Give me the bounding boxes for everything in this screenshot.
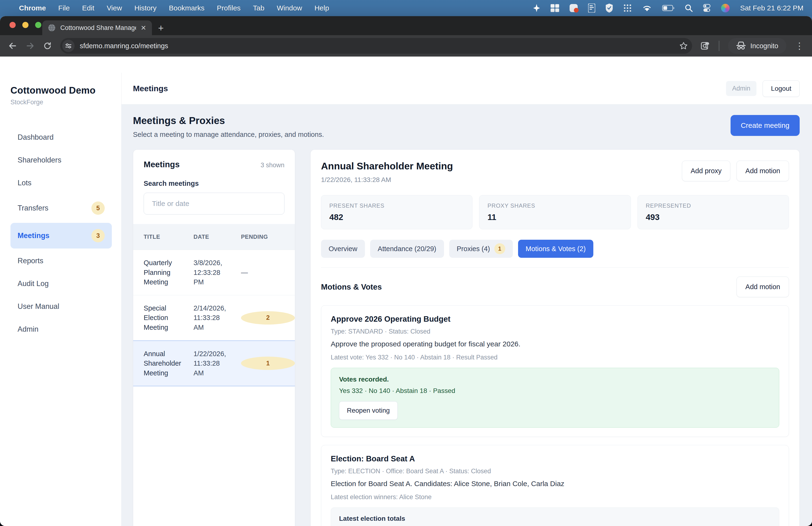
tabs-divider: [321, 267, 789, 268]
logout-button[interactable]: Logout: [763, 80, 800, 97]
menu-help[interactable]: Help: [314, 4, 329, 12]
menu-bar-clock[interactable]: Sat Feb 21 6:22 PM: [740, 4, 803, 12]
tab-proxies[interactable]: Proxies (4)1: [449, 240, 513, 258]
votes-recorded-box: Votes recorded. Yes 332 · No 140 · Absta…: [331, 368, 779, 428]
reload-icon[interactable]: [43, 42, 52, 50]
election-totals-box: Latest election totals Alice Stone: 210 …: [331, 508, 779, 526]
site-settings-icon[interactable]: [62, 40, 75, 52]
window-manager-icon[interactable]: [551, 4, 559, 12]
tab-close-icon[interactable]: ✕: [141, 24, 146, 32]
sidebar-item-label: User Manual: [17, 302, 59, 311]
stat-value: 482: [329, 212, 464, 222]
motion-description: Approve the proposed operating budget fo…: [331, 340, 779, 348]
address-bar[interactable]: sfdemo.manring.co/meetings: [60, 38, 692, 54]
section-subtitle: Select a meeting to manage attendance, p…: [133, 131, 324, 139]
tab-motions-votes[interactable]: Motions & Votes (2): [518, 240, 593, 258]
transfers-badge: 5: [91, 201, 105, 215]
dots-grid-icon[interactable]: [623, 4, 632, 12]
motion-latest-result: Latest election winners: Alice Stone: [331, 494, 779, 501]
motion-title: Approve 2026 Operating Budget: [331, 315, 779, 324]
sidebar-app-icon[interactable]: [588, 3, 595, 13]
meeting-title-cell: Quarterly Planning Meeting: [133, 250, 183, 295]
shield-app-icon[interactable]: [606, 3, 613, 13]
content-area: Meetings & Proxies Select a meeting to m…: [121, 104, 812, 526]
sidebar-item-transfers[interactable]: Transfers5: [11, 195, 112, 221]
menu-history[interactable]: History: [134, 4, 157, 12]
battery-icon[interactable]: [662, 5, 675, 11]
sidebar-item-label: Shareholders: [17, 156, 61, 165]
stat-proxy-shares: PROXY SHARES 11: [479, 195, 630, 229]
sidebar-item-label: Transfers: [17, 204, 48, 212]
sidebar: Cottonwood Demo StockForge Dashboard Sha…: [0, 73, 121, 526]
sparkle-icon[interactable]: [533, 4, 540, 12]
tab-title: Cottonwood Share Manager: [60, 24, 136, 32]
menu-bookmarks[interactable]: Bookmarks: [169, 4, 204, 12]
meetings-panel-title: Meetings: [144, 160, 180, 169]
menu-edit[interactable]: Edit: [82, 4, 95, 12]
reopen-voting-button[interactable]: Reopen voting: [339, 401, 398, 420]
sidebar-item-shareholders[interactable]: Shareholders: [11, 150, 112, 171]
create-meeting-button[interactable]: Create meeting: [730, 115, 800, 136]
search-tabs-icon[interactable]: [701, 41, 710, 51]
profile-app-icon[interactable]: [721, 4, 730, 12]
chrome-menu-icon[interactable]: ⋮: [795, 41, 804, 51]
tab-label: Motions & Votes (2): [526, 245, 586, 253]
table-row-selected[interactable]: Annual Shareholder Meeting 1/22/2026, 11…: [133, 341, 295, 386]
motion-meta: Type: ELECTION · Office: Board Seat A · …: [331, 468, 779, 475]
close-window-button[interactable]: [10, 22, 16, 28]
stat-label: PROXY SHARES: [488, 202, 622, 209]
election-totals-title: Latest election totals: [339, 515, 771, 523]
notification-app-icon[interactable]: [569, 4, 578, 12]
column-title: TITLE: [133, 224, 183, 250]
back-icon[interactable]: [8, 41, 17, 51]
incognito-icon: [736, 42, 746, 50]
menu-chrome[interactable]: Chrome: [19, 4, 46, 12]
incognito-badge: Incognito: [728, 38, 786, 54]
menu-view[interactable]: View: [106, 4, 122, 12]
bookmark-star-icon[interactable]: [679, 42, 688, 50]
control-center-icon[interactable]: [703, 4, 711, 12]
stat-present-shares: PRESENT SHARES 482: [321, 195, 473, 229]
menu-file[interactable]: File: [58, 4, 70, 12]
sidebar-item-audit-log[interactable]: Audit Log: [11, 273, 112, 294]
sidebar-item-label: Reports: [17, 257, 43, 265]
tab-attendance[interactable]: Attendance (20/29): [370, 240, 444, 258]
menu-window[interactable]: Window: [277, 4, 302, 12]
menu-tab[interactable]: Tab: [253, 4, 264, 12]
wifi-icon[interactable]: [642, 4, 652, 12]
sidebar-item-reports[interactable]: Reports: [11, 251, 112, 271]
menu-profiles[interactable]: Profiles: [217, 4, 241, 12]
sidebar-item-lots[interactable]: Lots: [11, 172, 112, 194]
sidebar-item-meetings[interactable]: Meetings3: [11, 223, 112, 248]
meeting-title-cell: Special Election Meeting: [133, 295, 183, 340]
search-input[interactable]: [144, 193, 285, 215]
globe-favicon: [48, 24, 56, 32]
macos-menu-bar: Chrome File Edit View History Bookmarks …: [0, 0, 812, 16]
spotlight-search-icon[interactable]: [685, 4, 693, 12]
sidebar-item-label: Admin: [17, 325, 39, 333]
column-date: DATE: [183, 224, 231, 250]
meeting-stats: PRESENT SHARES 482 PROXY SHARES 11 REPRE…: [321, 195, 789, 229]
minimize-window-button[interactable]: [22, 22, 29, 28]
sidebar-item-dashboard[interactable]: Dashboard: [11, 127, 112, 148]
sidebar-item-user-manual[interactable]: User Manual: [11, 296, 112, 317]
add-motion-section-button[interactable]: Add motion: [737, 276, 789, 297]
meeting-datetime: 1/22/2026, 11:33:28 AM: [321, 176, 453, 184]
tab-overview[interactable]: Overview: [321, 240, 365, 258]
browser-tab[interactable]: Cottonwood Share Manager ✕: [42, 20, 152, 35]
org-name: Cottonwood Demo: [11, 85, 112, 96]
url-text[interactable]: sfdemo.manring.co/meetings: [80, 42, 674, 50]
motion-meta: Type: STANDARD · Status: Closed: [331, 328, 779, 335]
motions-section-title: Motions & Votes: [321, 283, 382, 292]
sidebar-item-admin[interactable]: Admin: [11, 319, 112, 340]
forward-icon[interactable]: [26, 41, 35, 51]
browser-window: Cottonwood Share Manager ✕ + sfdemo.manr…: [0, 16, 812, 526]
new-tab-button[interactable]: +: [158, 23, 163, 33]
zoom-window-button[interactable]: [35, 22, 41, 28]
section-title: Meetings & Proxies: [133, 115, 324, 126]
app-header: Meetings Admin Logout: [121, 73, 812, 104]
table-row[interactable]: Quarterly Planning Meeting 3/8/2026, 12:…: [133, 250, 295, 295]
table-row[interactable]: Special Election Meeting 2/14/2026, 11:3…: [133, 295, 295, 340]
add-motion-button[interactable]: Add motion: [737, 161, 789, 181]
add-proxy-button[interactable]: Add proxy: [682, 161, 730, 181]
